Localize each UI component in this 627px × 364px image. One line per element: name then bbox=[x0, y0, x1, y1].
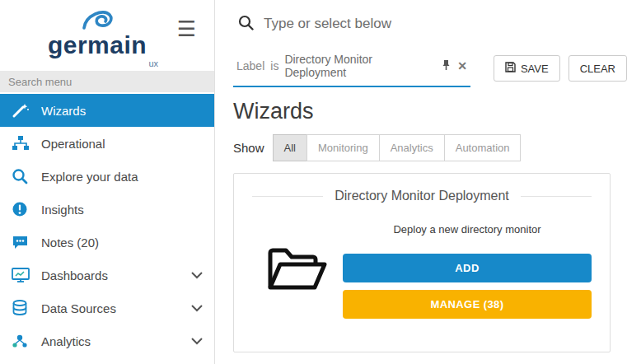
logo-text: germain bbox=[31, 33, 163, 58]
card-title-row: Directory Monitor Deployment bbox=[252, 189, 592, 203]
wand-icon bbox=[12, 101, 33, 119]
category-tabs: All Monitoring Analytics Automation bbox=[273, 134, 522, 161]
sidebar-nav: Wizards Operational bbox=[0, 94, 214, 357]
sidebar-item-notes[interactable]: Notes (20) bbox=[0, 226, 214, 259]
filter-row: Label is Directory Monitor Deployment ✕ bbox=[233, 49, 627, 87]
chevron-down-icon[interactable] bbox=[191, 338, 203, 345]
database-icon bbox=[12, 299, 33, 317]
search-icon bbox=[238, 15, 254, 34]
logo-sub-text: ux bbox=[31, 58, 163, 68]
sidebar-item-label: Data Sources bbox=[41, 301, 116, 315]
filter-operator: is bbox=[270, 59, 278, 72]
main-content: Label is Directory Monitor Deployment ✕ bbox=[215, 0, 627, 364]
page-title: Wizards bbox=[233, 99, 627, 124]
sidebar-search-input[interactable] bbox=[0, 71, 214, 92]
global-search-input[interactable] bbox=[264, 16, 577, 32]
filter-chip[interactable]: Label is Directory Monitor Deployment ✕ bbox=[233, 49, 470, 87]
filter-field: Label bbox=[236, 59, 264, 72]
sidebar-item-wizards[interactable]: Wizards bbox=[0, 94, 214, 127]
sidebar: germain ux ☰ Wizards bbox=[0, 0, 215, 364]
sidebar-item-label: Explore your data bbox=[41, 170, 138, 184]
filter-actions: SAVE CLEAR bbox=[494, 55, 627, 82]
card-title: Directory Monitor Deployment bbox=[335, 189, 509, 203]
chat-bubble-icon bbox=[12, 233, 33, 251]
sidebar-item-operational[interactable]: Operational bbox=[0, 127, 214, 160]
card-description: Deploy a new directory monitor bbox=[343, 223, 592, 236]
show-filter-row: Show All Monitoring Analytics Automation bbox=[233, 134, 627, 161]
alert-circle-icon bbox=[12, 200, 33, 218]
sidebar-item-analytics[interactable]: Analytics bbox=[0, 324, 214, 357]
card-body: Deploy a new directory monitor ADD MANAG… bbox=[252, 223, 592, 319]
manage-button[interactable]: MANAGE (38) bbox=[343, 290, 592, 319]
save-button[interactable]: SAVE bbox=[494, 55, 560, 82]
card-right: Deploy a new directory monitor ADD MANAG… bbox=[343, 223, 592, 319]
save-icon bbox=[505, 62, 516, 75]
sidebar-item-explore[interactable]: Explore your data bbox=[0, 160, 214, 193]
add-button[interactable]: ADD bbox=[343, 254, 592, 282]
sidebar-item-label: Analytics bbox=[41, 334, 91, 348]
sidebar-item-label: Operational bbox=[41, 137, 105, 151]
sidebar-item-label: Notes (20) bbox=[41, 236, 99, 250]
global-search-bar bbox=[233, 0, 627, 43]
tab-all[interactable]: All bbox=[273, 134, 307, 161]
search-icon bbox=[12, 167, 33, 185]
clear-button[interactable]: CLEAR bbox=[569, 55, 627, 82]
monitor-icon bbox=[12, 266, 33, 284]
tab-analytics[interactable]: Analytics bbox=[379, 134, 445, 161]
save-button-label: SAVE bbox=[521, 63, 549, 75]
sidebar-item-data-sources[interactable]: Data Sources bbox=[0, 292, 214, 324]
logo-area: germain ux ☰ bbox=[0, 0, 214, 71]
germain-swirl-icon bbox=[79, 7, 115, 33]
wizard-card: Directory Monitor Deployment Deploy a ne… bbox=[233, 173, 611, 352]
sidebar-item-label: Dashboards bbox=[41, 268, 108, 282]
open-folder-icon bbox=[267, 246, 328, 292]
folder-icon-wrap bbox=[252, 223, 343, 292]
tab-automation[interactable]: Automation bbox=[444, 134, 522, 161]
close-icon[interactable]: ✕ bbox=[457, 60, 467, 72]
sitemap-icon bbox=[12, 134, 33, 152]
analytics-icon bbox=[12, 332, 33, 350]
sidebar-item-label: Insights bbox=[41, 203, 84, 217]
hamburger-menu-icon[interactable]: ☰ bbox=[177, 18, 196, 40]
chevron-down-icon[interactable] bbox=[191, 305, 203, 312]
show-label: Show bbox=[233, 141, 264, 155]
sidebar-item-insights[interactable]: Insights bbox=[0, 193, 214, 226]
app-window: germain ux ☰ Wizards bbox=[0, 0, 627, 364]
germain-logo: germain ux bbox=[31, 7, 163, 68]
filter-value: Directory Monitor Deployment bbox=[284, 53, 435, 79]
sidebar-item-dashboards[interactable]: Dashboards bbox=[0, 259, 214, 292]
pin-icon[interactable] bbox=[441, 59, 452, 72]
clear-button-label: CLEAR bbox=[580, 63, 615, 75]
tab-monitoring[interactable]: Monitoring bbox=[306, 134, 380, 161]
sidebar-item-label: Wizards bbox=[41, 104, 86, 118]
chevron-down-icon[interactable] bbox=[191, 272, 203, 279]
